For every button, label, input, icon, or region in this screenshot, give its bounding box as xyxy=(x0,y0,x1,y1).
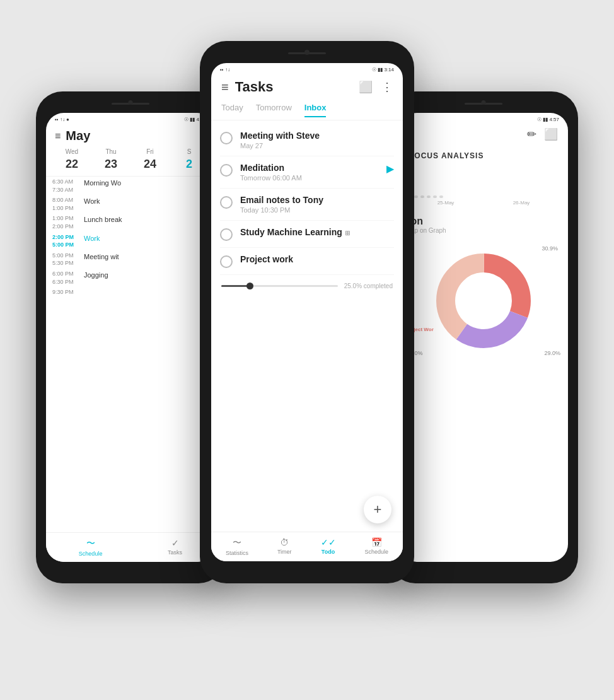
donut-pct-1: 30.9% xyxy=(542,245,558,252)
event-work1: Work xyxy=(84,196,100,212)
day-wed: Wed xyxy=(52,148,91,155)
task-info-project: Project work xyxy=(240,254,394,264)
task-info-study: Study Machine Learning ⊞ xyxy=(240,227,394,237)
tab-tomorrow[interactable]: Tomorrow xyxy=(256,103,292,117)
right-edit-icon[interactable]: ✏ xyxy=(527,127,536,141)
task-item-meeting[interactable]: Meeting with Steve May 27 xyxy=(220,124,394,156)
fab-button[interactable]: + xyxy=(364,496,391,523)
schedule-area: 6:30 AM7:30 AM Morning Wo 8:00 AM1:00 PM… xyxy=(46,178,215,296)
task-title-meditation: Meditation xyxy=(240,163,379,173)
center-status-bar: ▪▪ ↑↓ ☉ ▮▮ 3:14 xyxy=(211,63,403,74)
center-more-icon[interactable]: ⋮ xyxy=(381,80,393,94)
chart-label-may25: 25-May xyxy=(437,200,455,206)
task-circle-study[interactable] xyxy=(220,228,233,241)
center-nav-timer[interactable]: ⏱ Timer xyxy=(277,537,292,556)
center-menu-icon[interactable]: ≡ xyxy=(221,80,229,95)
tap-on-graph[interactable]: Tap on Graph xyxy=(408,227,559,234)
time-200pm: 2:00 PM5:00 PM xyxy=(52,233,84,249)
nav-tasks[interactable]: ✓ Tasks xyxy=(168,538,182,557)
progress-bar-bg[interactable] xyxy=(221,285,338,287)
center-label-icon[interactable]: ⬜ xyxy=(359,80,373,94)
center-title: Tasks xyxy=(235,79,274,95)
center-schedule-label: Schedule xyxy=(364,549,388,555)
center-todo-label: Todo xyxy=(321,549,335,555)
tab-inbox[interactable]: Inbox xyxy=(304,103,327,117)
progress-bar-fill xyxy=(221,285,250,287)
task-info-meditation: Meditation Tomorrow 06:00 AM xyxy=(240,163,379,182)
nav-schedule[interactable]: 〜 Schedule xyxy=(79,538,103,557)
schedule-item-work1: 8:00 AM1:00 PM Work xyxy=(52,196,209,212)
task-list: Meeting with Steve May 27 Meditation Tom… xyxy=(211,124,403,275)
center-nav-schedule[interactable]: 📅 Schedule xyxy=(364,537,388,556)
calendar-days-header: Wed Thu Fri S xyxy=(46,148,215,155)
task-title-meeting: Meeting with Steve xyxy=(240,131,394,141)
task-circle-email[interactable] xyxy=(220,196,233,209)
center-timer-icon: ⏱ xyxy=(280,537,289,547)
focus-section: FOCUS ANALYSIS xyxy=(399,145,568,166)
task-title-study: Study Machine Learning ⊞ xyxy=(240,227,394,237)
center-header-right: ⬜ ⋮ xyxy=(359,80,393,94)
hamburger-icon[interactable]: ≡ xyxy=(55,131,61,142)
center-nav-todo[interactable]: ✓✓ Todo xyxy=(321,537,336,556)
focus-title: FOCUS ANALYSIS xyxy=(409,151,558,160)
task-circle-meditation[interactable] xyxy=(220,164,233,177)
tab-today[interactable]: Today xyxy=(221,103,243,117)
right-status-bar: ▪▪ ☉ ▮▮ 4:57 xyxy=(399,113,568,124)
date-22[interactable]: 22 xyxy=(52,158,91,171)
center-nav-statistics[interactable]: 〜 Statistics xyxy=(226,537,248,556)
schedule-item-lunch: 1:00 PM2:00 PM Lunch break xyxy=(52,214,209,230)
left-phone-screen: ▪▪ ↑↓ ● ☉ ▮▮ 4:57 ≡ May Wed Thu Fri S 22… xyxy=(46,113,215,562)
left-status-left: ▪▪ ↑↓ ● xyxy=(55,117,69,122)
progress-text: 25.0% completed xyxy=(344,283,393,289)
task-item-project[interactable]: Project work xyxy=(220,248,394,275)
fab-icon: + xyxy=(374,501,382,518)
phones-container: ▪▪ ↑↓ ● ☉ ▮▮ 4:57 ≡ May Wed Thu Fri S 22… xyxy=(36,41,578,659)
date-24[interactable]: 24 xyxy=(130,158,170,171)
schedule-item-jogging: 6:00 PM6:30 PM Jogging xyxy=(52,270,209,286)
center-schedule-icon: 📅 xyxy=(371,537,382,547)
date-23[interactable]: 23 xyxy=(91,158,130,171)
right-section-label: ion xyxy=(408,216,559,227)
center-phone-screen: ▪▪ ↑↓ ☉ ▮▮ 3:14 ≡ Tasks ⬜ ⋮ Today Tomorr… xyxy=(211,63,403,561)
center-todo-icon: ✓✓ xyxy=(321,537,336,547)
bar-3 xyxy=(420,195,424,198)
task-info-meeting: Meeting with Steve May 27 xyxy=(240,131,394,149)
task-play-icon[interactable]: ▶ xyxy=(386,163,394,175)
right-label-icon[interactable]: ⬜ xyxy=(544,127,558,141)
task-sub-email: Today 10:30 PM xyxy=(240,206,394,214)
task-circle-project[interactable] xyxy=(220,255,233,268)
day-fri: Fri xyxy=(130,148,170,155)
task-title-email: Email notes to Tony xyxy=(240,195,394,205)
left-phone: ▪▪ ↑↓ ● ☉ ▮▮ 4:57 ≡ May Wed Thu Fri S 22… xyxy=(36,91,225,583)
task-item-email[interactable]: Email notes to Tony Today 10:30 PM xyxy=(220,189,394,221)
schedule-item-meeting: 5:00 PM5:30 PM Meeting wit xyxy=(52,252,209,267)
donut-chart-area[interactable]: Project Wor 30.9% 29.0% 29.0% xyxy=(399,238,568,364)
bar-4 xyxy=(427,195,431,198)
center-header-left: ≡ Tasks xyxy=(221,79,273,95)
event-jogging: Jogging xyxy=(84,270,108,286)
task-info-email: Email notes to Tony Today 10:30 PM xyxy=(240,195,394,214)
schedule-item-morning: 6:30 AM7:30 AM Morning Wo xyxy=(52,178,209,194)
bar-2 xyxy=(414,195,418,198)
time-630: 6:30 AM7:30 AM xyxy=(52,178,84,194)
center-phone: ▪▪ ↑↓ ☉ ▮▮ 3:14 ≡ Tasks ⬜ ⋮ Today Tomorr… xyxy=(200,41,414,583)
right-phone: ▪▪ ☉ ▮▮ 4:57 ✏ ⬜ FOCUS ANALYSIS xyxy=(389,91,578,583)
chart-label-may26: 26-May xyxy=(513,200,530,206)
right-phone-screen: ▪▪ ☉ ▮▮ 4:57 ✏ ⬜ FOCUS ANALYSIS xyxy=(399,113,568,562)
nav-schedule-label: Schedule xyxy=(79,551,103,557)
time-800: 8:00 AM1:00 PM xyxy=(52,196,84,212)
donut-svg xyxy=(427,244,540,358)
nav-tasks-label: Tasks xyxy=(168,549,182,556)
event-lunch: Lunch break xyxy=(84,214,122,230)
chart-labels: 25-May 26-May xyxy=(399,200,568,206)
calendar-dates: 22 23 24 2 xyxy=(46,158,215,171)
task-circle-meeting[interactable] xyxy=(220,132,233,144)
task-item-study[interactable]: Study Machine Learning ⊞ xyxy=(220,221,394,248)
task-item-meditation[interactable]: Meditation Tomorrow 06:00 AM ▶ xyxy=(220,156,394,189)
donut-pct-2: 29.0% xyxy=(544,350,560,356)
right-section-label-area: ion Tap on Graph xyxy=(399,212,568,238)
tasks-nav-icon: ✓ xyxy=(171,538,179,548)
left-bottom-nav: 〜 Schedule ✓ Tasks xyxy=(46,532,215,562)
left-header: ≡ May xyxy=(46,124,215,148)
center-stats-label: Statistics xyxy=(226,550,248,556)
